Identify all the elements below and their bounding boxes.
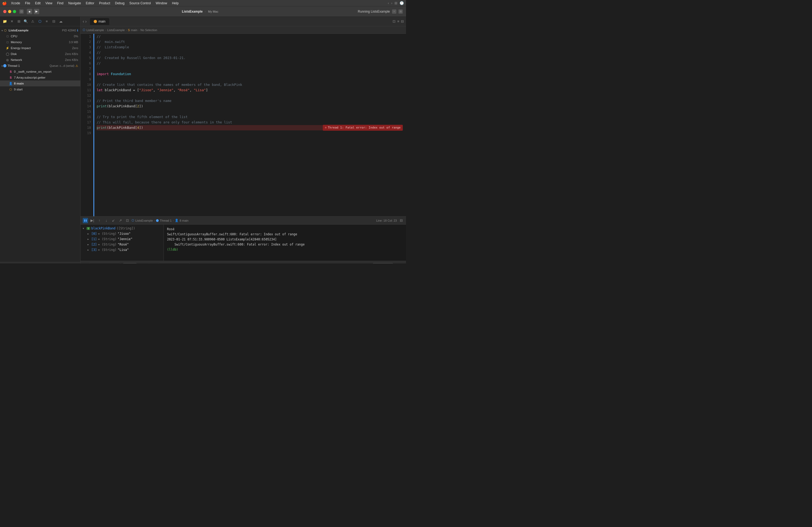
- threads-icon[interactable]: ≡: [44, 19, 49, 24]
- debug-project-icon: ⬡: [132, 219, 134, 222]
- console-line-timestamp: 2023-01-21 07:51:33.980960-0500 ListsExa…: [167, 237, 403, 242]
- stop-button[interactable]: ■: [27, 9, 32, 14]
- inspect-icon[interactable]: ⊡: [393, 19, 395, 23]
- warning-icon[interactable]: ⚠: [30, 19, 35, 24]
- add-editor-button[interactable]: +: [392, 10, 396, 14]
- menu-view[interactable]: View: [43, 1, 55, 6]
- split-debug-btn[interactable]: ⊟: [398, 218, 404, 223]
- debug-step-in-btn[interactable]: ↙: [111, 218, 116, 223]
- menu-help[interactable]: Help: [170, 1, 181, 6]
- var-2-expand-icon[interactable]: ▶: [88, 243, 90, 246]
- menu-navigate[interactable]: Navigate: [66, 1, 83, 6]
- menu-edit[interactable]: Edit: [33, 1, 43, 6]
- var-type-label: ([String]): [117, 226, 135, 230]
- titlebar-center: ListsExample › My Mac: [42, 10, 358, 13]
- breakpoint-icon[interactable]: ⬡: [37, 19, 42, 24]
- folder-icon[interactable]: 📁: [2, 19, 8, 24]
- minimize-button[interactable]: [8, 10, 11, 13]
- breadcrumb-folder[interactable]: ListsExample: [107, 28, 125, 32]
- sidebar-thread1[interactable]: Thread 1 Queue: c...d (serial) ⚠: [0, 63, 80, 69]
- lines-icon[interactable]: ≡: [397, 19, 399, 23]
- menu-xcode[interactable]: Xcode: [9, 1, 22, 6]
- energy-icon: ⚡: [5, 46, 10, 50]
- layout-button[interactable]: ⊞: [398, 10, 403, 14]
- var-0[interactable]: ▶ [0] = (String) "Jisoo": [81, 231, 163, 236]
- search-icon[interactable]: 🔍: [23, 19, 28, 24]
- sidebar-frame8[interactable]: 👤 8 main: [0, 80, 80, 86]
- code-line-6: //: [97, 61, 403, 66]
- var-2[interactable]: ▶ [2] = (String) "Rosé": [81, 242, 163, 247]
- code-container[interactable]: 12345 678910 1112131415 16171819 // // m…: [81, 34, 406, 216]
- var-2-value: "Rosé": [118, 243, 129, 246]
- code-line-1: //: [97, 34, 403, 39]
- debug-step-down-btn[interactable]: ↓: [104, 218, 109, 223]
- info-icon[interactable]: ℹ: [77, 29, 78, 32]
- destination-label: My Mac: [208, 10, 219, 13]
- sidebar-frame7[interactable]: S 7 Array.subscript.getter: [0, 75, 80, 80]
- sidebar-frame0[interactable]: S 0 _swift_runtime_on_report: [0, 69, 80, 75]
- console-lldb: (lldb): [167, 247, 403, 252]
- debug-step-up-btn[interactable]: ↑: [97, 218, 102, 223]
- console-filter-input[interactable]: [158, 263, 190, 264]
- var-0-index: [0]: [91, 232, 97, 236]
- code-line-10: // Create list that contains the names o…: [97, 82, 403, 88]
- split-icon[interactable]: ⊟: [401, 19, 404, 23]
- var-0-type: = (String): [98, 232, 117, 236]
- close-button[interactable]: [3, 10, 6, 13]
- breadcrumb-file[interactable]: main: [131, 28, 137, 32]
- chevron-right-icon[interactable]: ›: [391, 1, 392, 5]
- thread-icon: [3, 64, 6, 67]
- project-nav-icon: ⬡: [83, 28, 85, 32]
- back-button[interactable]: ‹: [83, 19, 84, 24]
- sidebar-network[interactable]: ◎ Network Zero KB/s: [0, 57, 80, 63]
- cloud-icon[interactable]: ☁: [58, 19, 63, 24]
- grid-icon[interactable]: ⊟: [51, 19, 56, 24]
- frame9-label: 9 start: [14, 88, 78, 91]
- menu-find[interactable]: Find: [55, 1, 66, 6]
- code-line-3: // ListsExample: [97, 45, 403, 50]
- debug-step-out-btn[interactable]: ↗: [118, 218, 123, 223]
- menu-file[interactable]: File: [23, 1, 32, 6]
- memory-value: 3.9 MB: [69, 41, 78, 44]
- control-center-icon[interactable]: ⊞: [394, 1, 397, 5]
- debug-active-btn[interactable]: ▮▮: [83, 218, 88, 223]
- code-line-15: [97, 109, 403, 114]
- menu-debug[interactable]: Debug: [113, 1, 127, 6]
- sidebar-filter-input[interactable]: [8, 264, 78, 264]
- var-0-expand-icon[interactable]: ▶: [88, 232, 90, 235]
- var-3-expand-icon[interactable]: ▶: [88, 249, 90, 251]
- sidebar-toggle-btn[interactable]: ⊡: [19, 10, 24, 14]
- close-sidebar-btn[interactable]: ✕: [9, 19, 14, 24]
- sidebar-disk[interactable]: ◯ Disk Zero KB/s: [0, 51, 80, 57]
- menu-editor[interactable]: Editor: [84, 1, 97, 6]
- menu-product[interactable]: Product: [97, 1, 112, 6]
- sidebar-project-item[interactable]: ⬡ ListsExample PID 42840 ℹ: [0, 27, 80, 33]
- menu-window[interactable]: Window: [154, 1, 170, 6]
- forward-button[interactable]: ›: [85, 19, 86, 24]
- auto-button[interactable]: Auto ▾: [123, 263, 137, 264]
- menu-source-control[interactable]: Source Control: [127, 1, 153, 6]
- var-expand-icon[interactable]: ▼: [83, 227, 85, 230]
- hierarchy-icon[interactable]: ⊞: [16, 19, 21, 24]
- sidebar-cpu[interactable]: □ CPU 0%: [0, 33, 80, 39]
- output-button[interactable]: All Output ▾: [373, 263, 393, 264]
- run-button[interactable]: ▶: [34, 9, 39, 14]
- sidebar-memory[interactable]: □ Memory 3.9 MB: [0, 39, 80, 45]
- maximize-button[interactable]: [13, 10, 16, 13]
- variables-filter-input[interactable]: [89, 263, 121, 264]
- sidebar-energy[interactable]: ⚡ Energy Impact Zero: [0, 45, 80, 51]
- tab-main[interactable]: main: [90, 18, 109, 25]
- menubar-right: ‹ › ⊞ 🕐: [388, 1, 404, 5]
- debug-memory-btn[interactable]: ⊡: [125, 218, 130, 223]
- var-1[interactable]: ▶ [1] = (String) "Jennie": [81, 236, 163, 242]
- cpu-icon: □: [5, 34, 10, 39]
- code-line-2: // main.swift: [97, 39, 403, 45]
- breadcrumb-project[interactable]: ListsExample: [86, 28, 104, 32]
- debug-step-over-btn[interactable]: ▶|: [90, 218, 95, 223]
- var-1-expand-icon[interactable]: ▶: [88, 238, 90, 240]
- var-3[interactable]: ▶ [3] = (String) "Lisa": [81, 247, 163, 253]
- var-blackpinkband[interactable]: ▼ V blackPinkBand ([String]): [81, 226, 163, 231]
- error-message: Thread 1: Fatal error: Index out of rang…: [328, 125, 401, 131]
- sidebar-frame9[interactable]: ⬡ 9 start: [0, 86, 80, 92]
- chevron-left-icon[interactable]: ‹: [388, 1, 389, 5]
